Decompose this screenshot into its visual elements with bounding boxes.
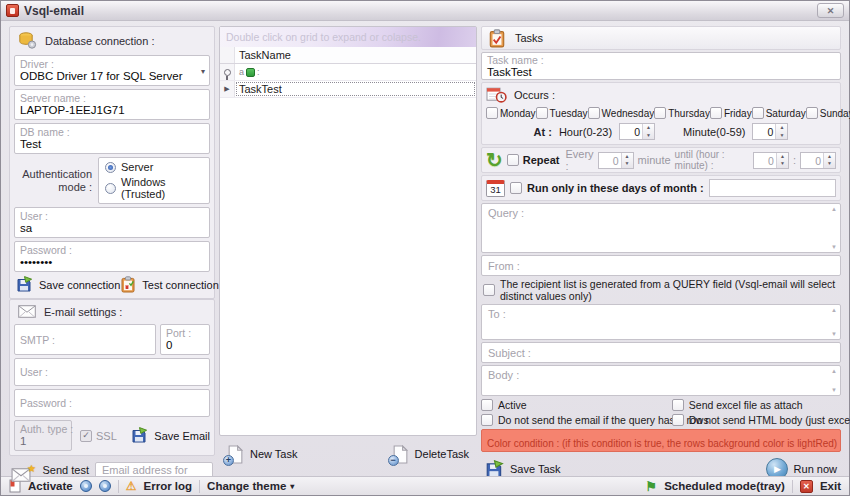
until-hour-stepper[interactable]: 0 ▲▼ bbox=[753, 152, 789, 169]
error-log-button[interactable]: Error log bbox=[144, 480, 193, 492]
info-icon[interactable] bbox=[80, 480, 92, 492]
checkbox-icon[interactable] bbox=[536, 107, 548, 119]
spin-down-icon[interactable]: ▼ bbox=[777, 160, 788, 168]
checkbox-saturday[interactable]: Saturday bbox=[752, 107, 806, 119]
delete-task-button[interactable]: − DeleteTask bbox=[392, 445, 469, 464]
checkbox-icon[interactable] bbox=[672, 414, 684, 426]
chevron-down-icon[interactable]: ▾ bbox=[201, 66, 205, 75]
checkbox-friday[interactable]: Friday bbox=[710, 107, 752, 119]
no-html-checkbox[interactable]: Do not send HTML body (just excel as att… bbox=[672, 414, 841, 426]
server-name-field[interactable]: Server name : LAPTOP-1EEJ1G71 bbox=[14, 89, 210, 120]
new-task-button[interactable]: + New Task bbox=[227, 445, 297, 464]
recipient-query-checkbox[interactable]: The recipient list is generated from a Q… bbox=[481, 278, 841, 302]
every-stepper[interactable]: 0 ▲▼ bbox=[598, 152, 634, 169]
checkbox-icon[interactable] bbox=[486, 107, 498, 119]
email-password-field[interactable]: Password : bbox=[14, 389, 210, 417]
chevron-down-icon[interactable]: ▾ bbox=[290, 482, 294, 491]
change-theme-button[interactable]: Change theme bbox=[207, 480, 286, 492]
scroll-up-icon[interactable]: ▲ bbox=[831, 307, 837, 313]
days-of-month-checkbox[interactable] bbox=[510, 182, 522, 194]
auth-server-radio[interactable]: Server bbox=[105, 161, 203, 173]
body-textarea[interactable]: Body : ▲ ▼ bbox=[481, 365, 841, 396]
from-input[interactable]: From : bbox=[481, 255, 841, 276]
radio-unselected-icon[interactable] bbox=[105, 183, 116, 194]
checkbox-checked-icon[interactable]: ✓ bbox=[80, 430, 92, 442]
subject-input[interactable]: Subject : bbox=[481, 342, 841, 363]
checkbox-wednesday[interactable]: Wednesday bbox=[588, 107, 655, 119]
db-user-field[interactable]: User : sa bbox=[14, 207, 210, 238]
checkbox-sunday[interactable]: Sunday bbox=[806, 107, 850, 119]
spin-up-icon[interactable]: ▲ bbox=[643, 124, 654, 132]
scroll-up-icon[interactable]: ▲ bbox=[831, 368, 837, 374]
spin-up-icon[interactable]: ▲ bbox=[824, 153, 835, 161]
checkbox-monday[interactable]: Monday bbox=[486, 107, 536, 119]
save-email-button[interactable]: Save Email bbox=[131, 427, 210, 444]
checkbox-icon[interactable] bbox=[483, 284, 495, 296]
spin-up-icon[interactable]: ▲ bbox=[622, 153, 633, 161]
spin-up-icon[interactable]: ▲ bbox=[776, 124, 787, 132]
spin-up-icon[interactable]: ▲ bbox=[777, 153, 788, 161]
checkbox-icon[interactable] bbox=[481, 399, 493, 411]
grid-filter-row[interactable]: a : bbox=[220, 64, 476, 81]
activate-button[interactable]: Activate bbox=[28, 480, 73, 492]
query-textarea[interactable]: Query : ▲ ▼ bbox=[481, 203, 841, 253]
save-connection-button[interactable]: Save connection bbox=[16, 276, 120, 293]
smtp-field[interactable]: SMTP : bbox=[14, 324, 156, 355]
color-condition-input[interactable]: Color condition : (if this condition is … bbox=[481, 429, 841, 452]
no-rows-checkbox[interactable]: Do not send the email if the query has 0… bbox=[481, 414, 672, 426]
saturday-label: Saturday bbox=[766, 108, 806, 119]
close-button[interactable]: ✕ bbox=[817, 3, 844, 18]
checkbox-icon[interactable] bbox=[481, 414, 493, 426]
auth-type-field[interactable]: Auth. type : 1 bbox=[14, 420, 72, 451]
checkbox-icon[interactable] bbox=[588, 107, 600, 119]
help-icon[interactable] bbox=[99, 480, 111, 492]
ssl-checkbox[interactable]: ✓ SSL bbox=[80, 430, 117, 442]
db-name-field[interactable]: DB name : Test bbox=[14, 123, 210, 154]
spin-down-icon[interactable]: ▼ bbox=[643, 132, 654, 140]
email-user-field[interactable]: User : bbox=[14, 358, 210, 386]
scroll-down-icon[interactable]: ▼ bbox=[831, 244, 837, 250]
task-row-cell[interactable]: TaskTest bbox=[235, 81, 476, 97]
plus-icon: + bbox=[223, 455, 234, 466]
auth-windows-radio[interactable]: Windows (Trusted) bbox=[105, 176, 203, 200]
test-connection-button[interactable]: Test connection bbox=[120, 276, 218, 293]
scroll-down-icon[interactable]: ▼ bbox=[831, 387, 837, 393]
port-value: 0 bbox=[166, 339, 204, 352]
delete-task-label: DeleteTask bbox=[415, 448, 469, 460]
calendar-31-icon: 31 bbox=[486, 180, 505, 197]
active-checkbox[interactable]: Active bbox=[481, 399, 672, 411]
checkbox-thursday[interactable]: Thursday bbox=[654, 107, 710, 119]
task-name-field[interactable]: Task name : TaskTest bbox=[481, 52, 841, 80]
spin-down-icon[interactable]: ▼ bbox=[622, 160, 633, 168]
filter-abc-icon[interactable] bbox=[246, 68, 255, 77]
checkbox-icon[interactable] bbox=[672, 399, 684, 411]
send-excel-checkbox[interactable]: Send excel file as attach bbox=[672, 399, 841, 411]
checkbox-icon[interactable] bbox=[710, 107, 722, 119]
checkbox-icon[interactable] bbox=[806, 107, 818, 119]
minute-stepper[interactable]: 0 ▲▼ bbox=[752, 123, 788, 140]
exit-button[interactable]: Exit bbox=[820, 480, 841, 492]
scroll-down-icon[interactable]: ▼ bbox=[831, 331, 837, 337]
days-of-month-input[interactable] bbox=[709, 179, 836, 197]
checkbox-icon[interactable] bbox=[752, 107, 764, 119]
until-minute-stepper[interactable]: 0 ▲▼ bbox=[800, 152, 836, 169]
task-grid[interactable]: Double click on grid to expand or colaps… bbox=[219, 26, 477, 436]
driver-select[interactable]: Driver : ODBC Driver 17 for SQL Server ▾ bbox=[14, 55, 210, 86]
spin-down-icon[interactable]: ▼ bbox=[776, 132, 787, 140]
taskname-column-header[interactable]: TaskName bbox=[235, 47, 476, 63]
scroll-up-icon[interactable]: ▲ bbox=[831, 206, 837, 212]
filter-row-cell[interactable]: a : bbox=[235, 64, 476, 80]
hour-stepper[interactable]: 0 ▲▼ bbox=[619, 123, 655, 140]
db-password-field[interactable]: Password : •••••••• bbox=[14, 241, 210, 272]
radio-selected-icon[interactable] bbox=[105, 162, 116, 173]
to-textarea[interactable]: To : ▲ ▼ bbox=[481, 304, 841, 340]
spin-down-icon[interactable]: ▼ bbox=[824, 160, 835, 168]
checkbox-icon[interactable] bbox=[654, 107, 666, 119]
port-field[interactable]: Port : 0 bbox=[160, 324, 210, 355]
checkbox-tuesday[interactable]: Tuesday bbox=[536, 107, 588, 119]
scheduled-mode-button[interactable]: Scheduled mode(tray) bbox=[664, 480, 785, 492]
filter-operator-icon[interactable]: a bbox=[239, 67, 244, 77]
grid-empty-area[interactable] bbox=[220, 98, 476, 435]
table-row[interactable]: ▶ TaskTest bbox=[220, 81, 476, 98]
repeat-checkbox[interactable] bbox=[507, 154, 519, 166]
